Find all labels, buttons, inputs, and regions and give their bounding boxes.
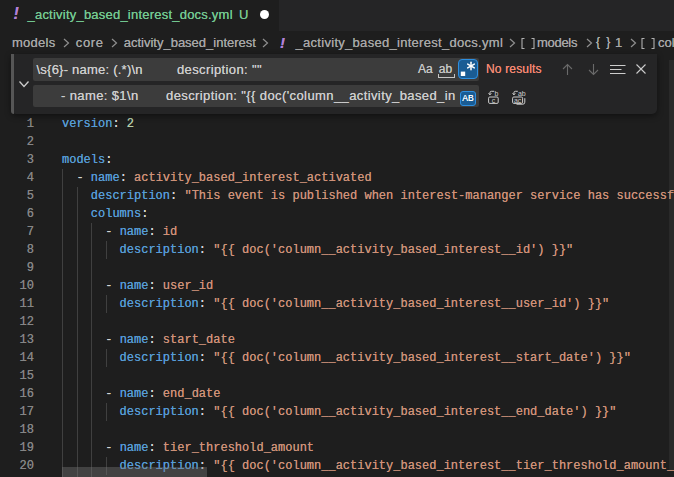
svg-text:ac: ac	[514, 97, 522, 104]
svg-text:c: c	[492, 97, 496, 104]
